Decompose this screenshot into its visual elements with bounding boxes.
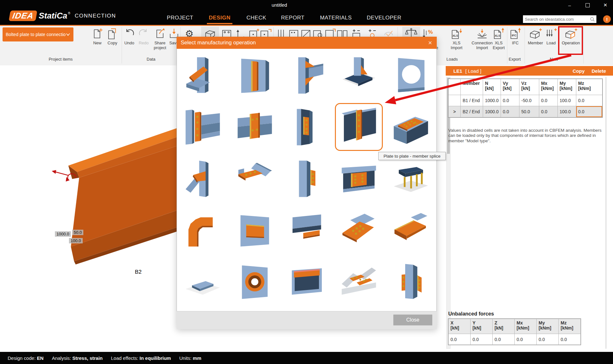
row-expander[interactable]: >: [449, 106, 461, 117]
operation-tile-column-flange-splice[interactable]: [387, 258, 435, 306]
shear-force-label: 50.0: [72, 230, 83, 235]
operation-tile-tube-opening[interactable]: [231, 258, 279, 306]
load-value-cell[interactable]: 0.0: [539, 106, 557, 117]
operation-tile-diagonal-gusset[interactable]: [179, 155, 227, 203]
ribbon-button-operation-add[interactable]: Operation: [559, 27, 583, 46]
search-box[interactable]: [523, 15, 596, 23]
search-icon[interactable]: [590, 17, 595, 22]
close-dialog-button[interactable]: Close: [393, 315, 432, 325]
menu-tab-project[interactable]: PROJECT: [165, 13, 195, 22]
ribbon-group-divider: [525, 27, 525, 63]
ribbon-group-label: Export: [509, 57, 521, 62]
copy-load-button[interactable]: Copy: [572, 68, 585, 74]
operation-tile-patch-plate[interactable]: [231, 206, 279, 254]
ribbon-button-redo[interactable]: Redo: [135, 27, 153, 46]
maximize-icon[interactable]: [582, 1, 593, 9]
load-table-row[interactable]: >B2 / End1000.00.050.00.0100.00.0: [449, 106, 602, 117]
menu-tab-developer[interactable]: DEVELOPER: [365, 13, 403, 22]
search-input[interactable]: [523, 17, 590, 22]
unbalanced-value-cell: 0.0: [449, 334, 471, 345]
load-value-cell[interactable]: 100.0: [557, 106, 576, 117]
load-value-cell[interactable]: -50.0: [519, 95, 539, 106]
unbalanced-header: Mz[kNm]: [559, 319, 581, 334]
operation-tile-splice-channel[interactable]: [231, 103, 279, 151]
idea-logo-box: IDEA: [9, 11, 37, 21]
ribbon-button-ifc[interactable]: IFCIFC: [506, 27, 524, 46]
app-header: untitled – ✕ IDEA StatiCa ® CONNECTION P…: [0, 0, 613, 25]
operation-tile-fin-plate[interactable]: [283, 155, 331, 203]
dialog-close-icon[interactable]: ✕: [428, 40, 432, 46]
ribbon-button-load-add[interactable]: Load: [542, 27, 560, 46]
operation-tile-member-splice[interactable]: [335, 103, 383, 151]
operation-tile-bolted-cover-plate[interactable]: [335, 206, 383, 254]
operation-tile-base-plate[interactable]: [335, 51, 383, 99]
ribbon-button-xls-export[interactable]: XLSXLS Export: [490, 27, 508, 50]
ribbon-button-label: Operation: [559, 41, 583, 46]
cbfem-note: Values in disabled cells are not taken i…: [448, 128, 605, 144]
load-value-cell[interactable]: 0.0: [501, 95, 519, 106]
unbalanced-value-cell: 0.0: [537, 334, 559, 345]
operation-tile-truss-gusset[interactable]: [335, 258, 383, 306]
unbalanced-value-cell: 0.0: [515, 334, 537, 345]
unbalanced-header: Mx[kNm]: [515, 319, 537, 334]
ribbon-button-copy-document[interactable]: Copy: [103, 27, 121, 46]
ifc-icon: IFC: [506, 27, 524, 41]
idea-statica-logo: IDEA StatiCa ® CONNECTION: [10, 11, 116, 21]
close-icon[interactable]: ✕: [600, 1, 610, 9]
load-value-cell[interactable]: 0.0: [501, 106, 519, 117]
load-table-header: Member: [461, 79, 483, 95]
unbalanced-header: Z[kN]: [493, 319, 515, 334]
operation-tile-seat-cleat[interactable]: [283, 206, 331, 254]
operation-tile-stiffening-wide-plate[interactable]: [387, 206, 435, 254]
load-table-header: [449, 79, 461, 95]
load-value-cell[interactable]: 1000.0: [483, 106, 501, 117]
window-controls: – ✕: [564, 1, 610, 9]
operation-tile-bolted-gusset-brace[interactable]: [231, 155, 279, 203]
status-item: Analysis:Stress, strain: [52, 355, 102, 361]
row-expander[interactable]: [449, 95, 461, 106]
load-value-cell[interactable]: 0.0: [576, 106, 602, 117]
unbalanced-forces-table: X[kN]Y[kN]Z[kN]Mx[kNm]My[kNm]Mz[kNm]0.00…: [448, 319, 581, 345]
load-value-cell[interactable]: 0.0: [576, 95, 602, 106]
load-table-header-row: MemberN[kN]Vy[kN]Vz[kN]Mx[kNm]My[kNm]Mz[…: [449, 79, 602, 95]
load-table-header: N[kN]: [483, 79, 501, 95]
chevron-down-icon: [66, 33, 70, 36]
load-table-row[interactable]: B1 / End1000.00.0-50.00.0100.00.0: [449, 95, 602, 106]
operation-tile-vertical-stiffener[interactable]: [231, 51, 279, 99]
operation-tile-base-widener[interactable]: [179, 258, 227, 306]
menu-tab-design[interactable]: DESIGN: [207, 13, 232, 22]
operation-tile-tube-bend[interactable]: [179, 206, 227, 254]
ribbon-button-label: Copy: [103, 41, 121, 46]
minimize-icon[interactable]: –: [564, 1, 575, 9]
operation-tile-pocket-plate[interactable]: [283, 258, 331, 306]
menu-tab-materials[interactable]: MATERIALS: [318, 13, 354, 22]
load-value-cell[interactable]: 0.0: [539, 95, 557, 106]
operation-tile-anchoring-stub[interactable]: [387, 155, 435, 203]
unbalanced-value-cell: 0.0: [559, 334, 581, 345]
operation-tile-circular-opening[interactable]: [387, 51, 435, 99]
project-items-dropdown[interactable]: Bolted plate to plate connection de: [3, 27, 73, 41]
delete-load-button[interactable]: Delete: [592, 68, 606, 74]
operation-tile-end-plate[interactable]: [179, 103, 227, 151]
unbalanced-forces-title: Unbalanced forces: [448, 311, 494, 317]
operation-tile-top-cover-plate[interactable]: [387, 103, 435, 151]
load-value-cell[interactable]: 1000.0: [483, 95, 501, 106]
info-icon[interactable]: !: [603, 15, 611, 23]
load-value-cell[interactable]: 50.0: [519, 106, 539, 117]
panel-scrollbar[interactable]: [446, 77, 450, 349]
product-name: CONNECTION: [75, 13, 116, 19]
operation-tile-haunch-wedges[interactable]: [283, 51, 331, 99]
unbalanced-header-row: X[kN]Y[kN]Z[kN]Mx[kNm]My[kNm]Mz[kNm]: [449, 319, 581, 334]
menu-tab-check[interactable]: CHECK: [245, 13, 268, 22]
ribbon-button-label: Load: [542, 41, 560, 46]
operation-tile-bolted-fin[interactable]: [283, 103, 331, 151]
operation-tile-web-splice-plates[interactable]: [335, 155, 383, 203]
operation-tile-corner-gusset-cut[interactable]: [179, 51, 227, 99]
load-effect-type: [ Load ]: [465, 68, 573, 74]
dialog-title: Select manufacturing operation: [181, 40, 428, 46]
load-value-cell[interactable]: 100.0: [557, 95, 576, 106]
load-table-header: Mz[kNm]: [576, 79, 602, 95]
ribbon-group-divider: [583, 27, 584, 63]
menu-tab-report[interactable]: REPORT: [279, 13, 306, 22]
ribbon-button-xls-import[interactable]: XLSXLS Import: [448, 27, 465, 50]
